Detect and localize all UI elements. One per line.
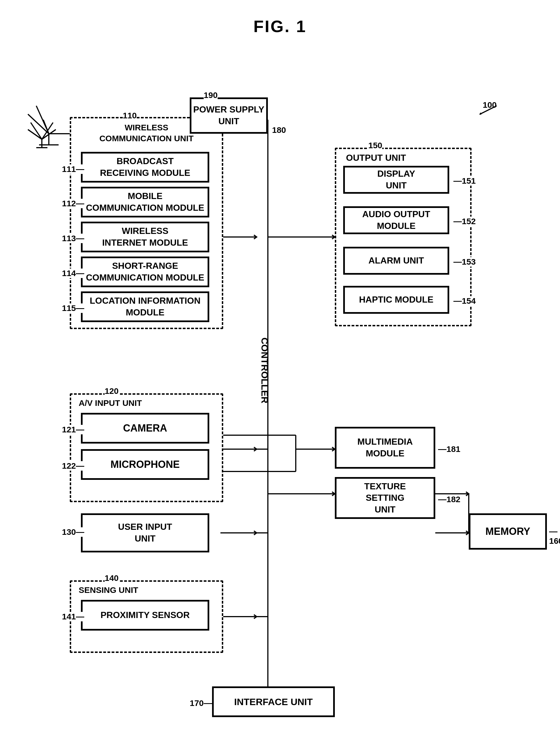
user-input-unit: USER INPUTUNIT	[81, 513, 209, 552]
camera-module: CAMERA	[81, 413, 209, 444]
label-140: 140	[105, 573, 119, 583]
audio-output-module: AUDIO OUTPUTMODULE	[343, 206, 449, 234]
label-141: 141—	[62, 612, 84, 621]
broadcast-receiving-module: BROADCASTRECEIVING MODULE	[81, 152, 209, 183]
haptic-module: HAPTIC MODULE	[343, 286, 449, 314]
av-unit-title: A/V INPUT UNIT	[75, 398, 142, 408]
label-150: 150	[368, 141, 382, 150]
label-114: 114—	[62, 269, 84, 278]
label-121: 121—	[62, 425, 84, 434]
short-range-communication-module: SHORT-RANGECOMMUNICATION MODULE	[81, 257, 209, 287]
label-160: —160	[549, 527, 560, 546]
svg-line-39	[42, 129, 56, 139]
location-information-module: LOCATION INFORMATIONMODULE	[81, 291, 209, 322]
page-title: FIG. 1	[0, 0, 560, 36]
label-190: 190	[204, 90, 218, 100]
wireless-internet-module: WIRELESSINTERNET MODULE	[81, 222, 209, 252]
interface-unit: INTERFACE UNIT	[212, 686, 335, 717]
memory-unit: MEMORY	[469, 513, 547, 550]
power-supply-unit: POWER SUPPLYUNIT	[190, 97, 268, 134]
label-130: 130—	[62, 527, 84, 537]
label-112: 112—	[62, 199, 84, 208]
label-111: 111—	[62, 164, 84, 174]
antenna-icon	[25, 114, 59, 152]
mobile-communication-module: MOBILECOMMUNICATION MODULE	[81, 187, 209, 217]
multimedia-module: MULTIMEDIAMODULE	[335, 427, 435, 469]
proximity-sensor: PROXIMITY SENSOR	[81, 600, 209, 631]
label-181: —181	[438, 444, 460, 454]
label-154: —154	[453, 296, 476, 306]
label-115: 115—	[62, 303, 84, 313]
label-182: —182	[438, 495, 460, 504]
label-170: 170—	[190, 699, 212, 708]
label-120: 120	[105, 386, 119, 396]
svg-line-36	[31, 122, 42, 139]
label-113: 113—	[62, 234, 84, 243]
av-input-unit-container	[70, 393, 223, 502]
display-unit: DISPLAYUNIT	[343, 166, 449, 194]
alarm-unit: ALARM UNIT	[343, 247, 449, 275]
label-122: 122—	[62, 461, 84, 471]
sensing-unit-title: SENSING UNIT	[75, 585, 138, 595]
label-180: 180	[272, 125, 286, 135]
label-151: —151	[453, 176, 476, 186]
texture-setting-unit: TEXTURESETTINGUNIT	[335, 477, 435, 519]
controller-label: CONTROLLER	[259, 338, 270, 403]
output-unit-title: OUTPUT UNIT	[340, 153, 406, 163]
microphone-module: MICROPHONE	[81, 449, 209, 480]
svg-line-37	[42, 122, 53, 139]
label-152: —152	[453, 216, 476, 226]
label-153: —153	[453, 257, 476, 267]
wireless-unit-label: 110	[123, 111, 137, 120]
svg-line-41	[480, 106, 497, 114]
svg-line-38	[28, 129, 42, 139]
